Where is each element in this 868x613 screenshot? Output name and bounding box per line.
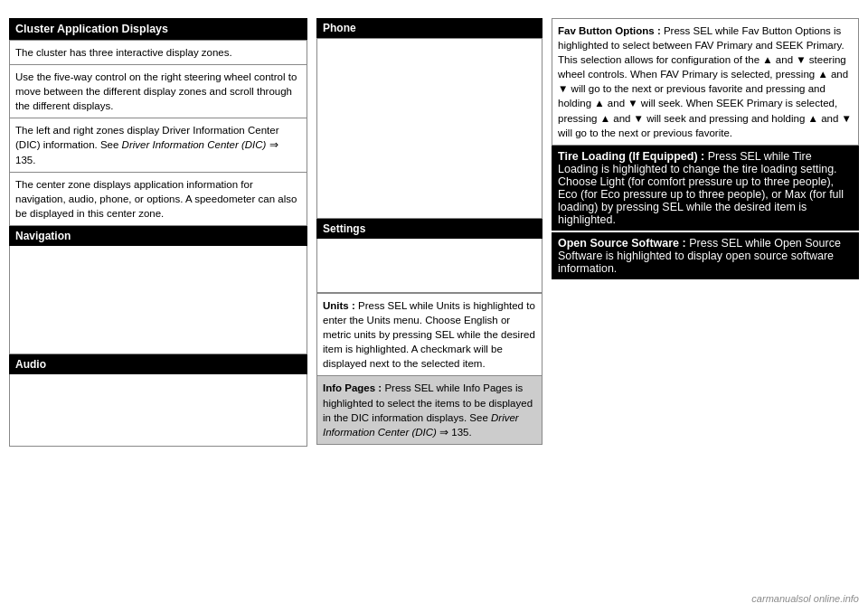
tire-loading-label: Tire Loading (If Equipped) : [558, 150, 704, 163]
block2: Use the five-way control on the right st… [9, 65, 307, 118]
block1: The cluster has three interactive displa… [9, 40, 307, 65]
block1-text: The cluster has three interactive displa… [15, 47, 232, 58]
phone-section [316, 38, 542, 219]
block2-text: Use the five-way control on the right st… [15, 71, 297, 111]
watermark: carmanualsol online.info [9, 588, 859, 604]
fav-button-label: Fav Button Options : [558, 25, 661, 36]
settings-header: Settings [316, 219, 542, 239]
block3-italic: Driver Information Center (DIC) [122, 139, 267, 150]
info-pages-block: Info Pages : Press SEL while Info Pages … [316, 376, 542, 444]
block3: The left and right zones display Driver … [9, 118, 307, 172]
audio-header: Audio [9, 354, 307, 374]
block4-text: The center zone displays application inf… [15, 179, 297, 219]
middle-column: Phone Settings Units : Press SEL while U… [307, 18, 542, 588]
settings-section [316, 239, 542, 293]
page-wrapper: Cluster Application Displays The cluster… [0, 0, 868, 613]
right-column: Fav Button Options : Press SEL while Fav… [542, 18, 859, 588]
open-source-label: Open Source Software : [558, 237, 686, 250]
navigation-block [9, 246, 307, 354]
fav-button-block: Fav Button Options : Press SEL while Fav… [552, 18, 859, 146]
left-column: Cluster Application Displays The cluster… [9, 18, 307, 588]
info-pages-italic: Driver Information Center (DIC) [323, 412, 519, 438]
fav-button-text: Press SEL while Fav Button Options is hi… [558, 25, 852, 138]
info-pages-label: Info Pages : [323, 382, 382, 393]
units-block: Units : Press SEL while Units is highlig… [316, 293, 542, 376]
block4: The center zone displays application inf… [9, 173, 307, 226]
units-label: Units : [323, 300, 355, 311]
navigation-header: Navigation [9, 226, 307, 246]
cluster-displays-header: Cluster Application Displays [9, 18, 307, 40]
content-area: Cluster Application Displays The cluster… [9, 18, 859, 588]
audio-block [9, 374, 307, 447]
tire-loading-header: Tire Loading (If Equipped) : Press SEL w… [552, 146, 859, 231]
phone-header: Phone [316, 18, 542, 38]
units-text: Press SEL while Units is highlighted to … [323, 300, 535, 369]
open-source-header: Open Source Software : Press SEL while O… [552, 232, 859, 279]
